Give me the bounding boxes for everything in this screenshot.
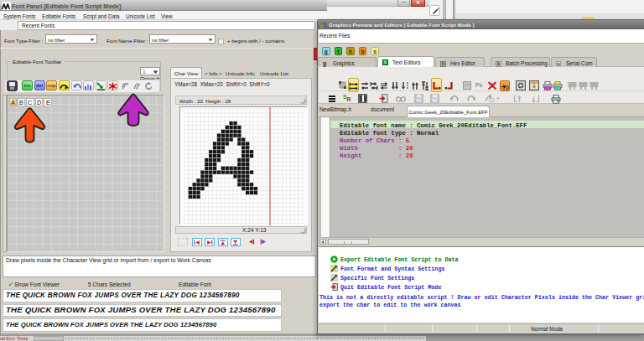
svg-text:0: 0	[506, 84, 509, 90]
